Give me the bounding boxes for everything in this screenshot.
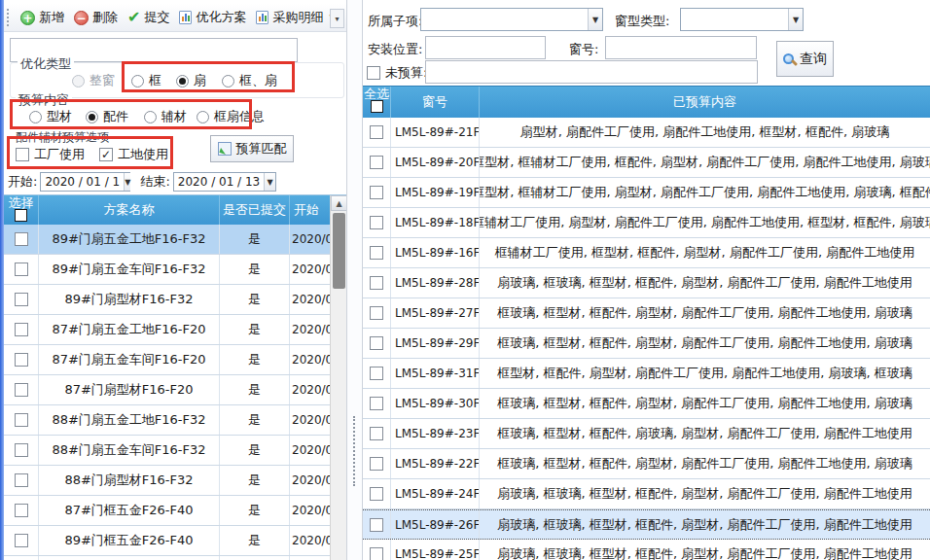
accessory-options-label: 配件辅材预算选项: [13, 129, 112, 146]
search-button[interactable]: 查询: [776, 41, 834, 77]
no-budget-checkbox[interactable]: 未预算:: [367, 64, 427, 82]
table-row[interactable]: 87#门扇五金工地F16-F20 是 2020/0: [4, 315, 330, 345]
radio-auxiliary[interactable]: 辅材: [144, 108, 187, 125]
table-row[interactable]: 88#门框五金F21-F40 是 2020/0: [4, 556, 330, 560]
budget-match-button[interactable]: 预算匹配: [210, 135, 294, 162]
toolbar-grip[interactable]: [7, 9, 12, 26]
row-checkbox[interactable]: [370, 156, 383, 169]
submit-button[interactable]: ✔ 提交: [123, 7, 174, 28]
checkbox-site-use[interactable]: ✓ 工地使用: [99, 146, 168, 163]
radio-profile[interactable]: 型材: [29, 108, 72, 125]
radio-frame[interactable]: 框: [131, 72, 161, 89]
chevron-down-icon[interactable]: ▼: [124, 173, 130, 191]
radio-frame-sash[interactable]: 框、扇: [222, 72, 277, 89]
row-checkbox[interactable]: [15, 293, 28, 306]
row-checkbox[interactable]: [370, 427, 383, 440]
radio-accessory[interactable]: 配件: [86, 108, 128, 125]
window-type-select[interactable]: ▼: [680, 8, 804, 31]
select-all-checkbox[interactable]: [371, 100, 383, 113]
chevron-down-icon[interactable]: ▼: [788, 9, 803, 30]
window-no-header[interactable]: 窗号: [391, 87, 480, 118]
table-row[interactable]: LM5L-89#-23F21 框玻璃, 框型材, 框配件, 扇玻璃, 扇型材, …: [363, 419, 930, 449]
radio-whole-window[interactable]: 整窗: [72, 72, 115, 89]
table-row[interactable]: LM5L-89#-22F20 框玻璃, 框型材, 框配件, 扇型材, 扇配件工厂…: [363, 449, 930, 479]
row-checkbox[interactable]: [370, 397, 383, 410]
row-checkbox[interactable]: [370, 276, 383, 290]
table-row[interactable]: 89#门扇五金车间F16-F32 是 2020/0: [4, 255, 330, 285]
purchase-detail-button[interactable]: 采购明细 ▼: [251, 7, 340, 28]
row-checkbox[interactable]: [15, 504, 28, 517]
table-row[interactable]: LM5L-89#-29F27 框玻璃, 框型材, 框配件, 扇型材, 扇配件工厂…: [363, 329, 930, 359]
row-checkbox[interactable]: [15, 262, 28, 276]
row-checkbox[interactable]: [15, 413, 28, 427]
no-budget-input[interactable]: [425, 60, 758, 84]
row-checkbox[interactable]: [370, 487, 383, 501]
optimize-plan-button[interactable]: 优化方案: [174, 7, 251, 28]
table-row[interactable]: LM5L-89#-28F26 扇玻璃, 框玻璃, 框型材, 框配件, 扇型材, …: [363, 268, 930, 298]
toolbar-overflow-button[interactable]: ▾: [330, 9, 344, 28]
row-checkbox[interactable]: [370, 216, 383, 229]
table-row[interactable]: LM5L-89#-25F23 扇玻璃, 框玻璃, 框型材, 框配件, 扇型材, …: [363, 540, 930, 560]
plan-name-cell: 87#门扇型材F16-F20: [39, 375, 220, 404]
row-checkbox[interactable]: [15, 383, 28, 397]
checkbox-factory-use[interactable]: 工厂使用: [16, 146, 85, 163]
table-row[interactable]: LM5L-89#-18F16 框辅材工厂使用, 扇型材, 扇配件工厂使用, 扇配…: [363, 208, 930, 238]
window-no-input[interactable]: [605, 36, 757, 59]
table-row[interactable]: LM5L-89#-27F25 框玻璃, 框型材, 框配件, 扇型材, 扇配件工厂…: [363, 298, 930, 329]
row-checkbox[interactable]: [370, 547, 383, 560]
panel-splitter[interactable]: [346, 0, 363, 560]
table-row[interactable]: 87#门扇型材F16-F20 是 2020/0: [4, 375, 330, 405]
start-header[interactable]: 开始: [290, 195, 330, 225]
row-checkbox[interactable]: [370, 306, 383, 320]
row-checkbox[interactable]: [370, 518, 383, 532]
install-position-input[interactable]: [425, 36, 546, 59]
start-date-picker[interactable]: 2020 / 01 / 1 ▼: [40, 172, 130, 192]
table-row[interactable]: 87#门扇五金车间F16-F20 是 2020/0: [4, 345, 330, 375]
chevron-down-icon[interactable]: ▼: [588, 9, 602, 30]
sub-item-select[interactable]: ▼: [420, 8, 603, 31]
row-checkbox[interactable]: [15, 473, 28, 487]
table-row[interactable]: 87#门框五金F26-F40 是 2020/0: [4, 496, 330, 526]
vertical-scrollbar[interactable]: ▲: [330, 195, 346, 560]
table-row[interactable]: LM5L-89#-16F15 框辅材工厂使用, 框型材, 框配件, 扇型材, 扇…: [363, 238, 930, 268]
row-checkbox[interactable]: [370, 336, 383, 350]
row-checkbox[interactable]: [15, 443, 28, 457]
table-row[interactable]: 88#门扇五金工地F16-F32 是 2020/0: [4, 405, 330, 436]
chevron-down-icon[interactable]: ▼: [264, 173, 275, 191]
table-row[interactable]: 89#门框五金F26-F40 是 2020/0: [4, 526, 330, 556]
row-checkbox[interactable]: [370, 367, 383, 380]
scroll-up-icon[interactable]: ▲: [331, 195, 346, 211]
row-checkbox[interactable]: [370, 186, 383, 199]
table-row[interactable]: LM5L-89#-21F19 扇型材, 扇配件工厂使用, 扇配件工地使用, 框型…: [363, 118, 930, 148]
table-row[interactable]: LM5L-89#-26F24 扇玻璃, 框玻璃, 框型材, 框配件, 扇型材, …: [363, 509, 930, 540]
add-button[interactable]: + 新增: [16, 7, 69, 28]
table-row[interactable]: LM5L-89#-19F17 框型材, 框辅材工厂使用, 扇型材, 扇配件工厂使…: [363, 178, 930, 208]
table-row[interactable]: 89#门扇型材F16-F32 是 2020/0: [4, 285, 330, 315]
table-row[interactable]: LM5L-89#-31F29 框型材, 框配件, 扇型材, 扇配件工厂使用, 扇…: [363, 359, 930, 389]
submitted-header[interactable]: 是否已提交: [220, 195, 290, 225]
table-row[interactable]: 89#门扇五金工地F16-F32 是 2020/0: [4, 225, 330, 255]
row-checkbox[interactable]: [15, 534, 28, 547]
select-all-checkbox[interactable]: [15, 209, 27, 222]
row-checkbox[interactable]: [15, 323, 28, 336]
table-row[interactable]: 88#门扇五金车间F16-F32 是 2020/0: [4, 436, 330, 466]
delete-button[interactable]: − 删除: [69, 7, 123, 28]
table-row[interactable]: LM5L-89#-20F18 框型材, 框辅材工厂使用, 框配件, 扇型材, 扇…: [363, 148, 930, 178]
add-button-label: 新增: [39, 9, 64, 26]
budgeted-content-header[interactable]: 已预算内容: [480, 87, 930, 118]
radio-sash[interactable]: 扇: [176, 72, 206, 89]
row-checkbox[interactable]: [370, 246, 383, 260]
table-row[interactable]: 88#门扇型材F16-F32 是 2020/0: [4, 466, 330, 496]
radio-frame-sash-info[interactable]: 框扇信息: [197, 108, 265, 125]
table-row[interactable]: LM5L-89#-30F28 框玻璃, 框型材, 框配件, 扇型材, 扇配件工厂…: [363, 389, 930, 419]
checkbox-icon: ✓: [99, 148, 113, 161]
row-checkbox[interactable]: [15, 232, 28, 246]
plan-name-header[interactable]: 方案名称: [39, 195, 220, 225]
table-row[interactable]: LM5L-89#-24F22 扇玻璃, 框玻璃, 框型材, 框配件, 扇型材, …: [363, 479, 930, 509]
scrollbar-thumb[interactable]: [333, 213, 345, 289]
radio-frame-sash-info-label: 框扇信息: [214, 108, 265, 125]
row-checkbox[interactable]: [370, 457, 383, 471]
row-checkbox[interactable]: [370, 125, 383, 139]
row-checkbox[interactable]: [15, 353, 28, 367]
end-date-picker[interactable]: 2020 / 01 / 13 ▼: [173, 172, 276, 192]
